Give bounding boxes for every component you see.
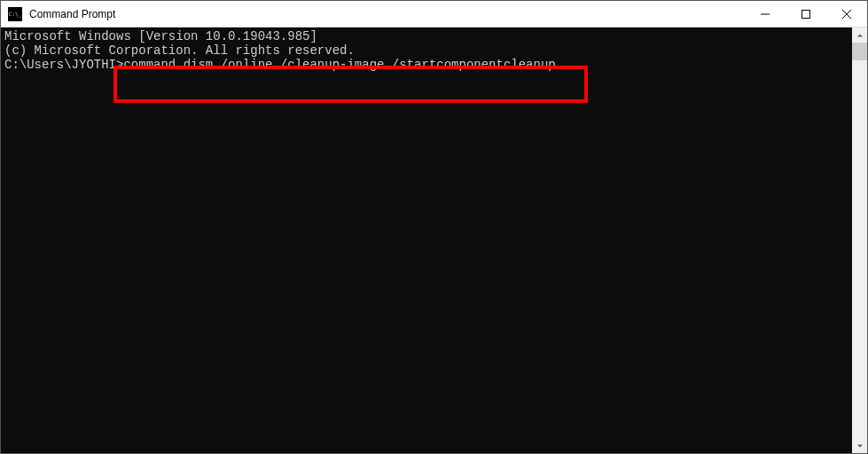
command-prompt-window: Command Prompt Microsoft Windows [Versio… [0,0,868,454]
chevron-down-icon [856,442,864,450]
scroll-down-button[interactable] [852,438,867,453]
chevron-up-icon [856,32,864,39]
console-area: Microsoft Windows [Version 10.0.19043.98… [1,27,867,453]
minimize-button[interactable] [745,1,786,27]
minimize-icon [761,10,770,19]
prompt-command: command dism /online /cleanup-image /sta… [123,58,555,72]
close-button[interactable] [826,1,867,27]
scroll-up-button[interactable] [852,27,867,43]
close-icon [842,10,851,19]
scrollbar-track[interactable] [852,43,867,438]
console-line-copyright: (c) Microsoft Corporation. All rights re… [4,43,848,58]
window-controls [745,1,867,27]
window-title: Command Prompt [29,8,745,20]
vertical-scrollbar[interactable] [852,27,867,453]
cmd-icon [8,7,22,21]
maximize-icon [802,10,810,19]
maximize-button[interactable] [786,1,826,27]
console-prompt-line: C:\Users\JYOTHI>command dism /online /cl… [4,58,848,72]
console[interactable]: Microsoft Windows [Version 10.0.19043.98… [1,27,852,453]
svg-rect-1 [802,10,810,18]
titlebar[interactable]: Command Prompt [1,1,867,27]
scrollbar-thumb[interactable] [852,43,867,60]
console-line-version: Microsoft Windows [Version 10.0.19043.98… [4,29,848,43]
prompt-path: C:\Users\JYOTHI> [4,58,123,72]
